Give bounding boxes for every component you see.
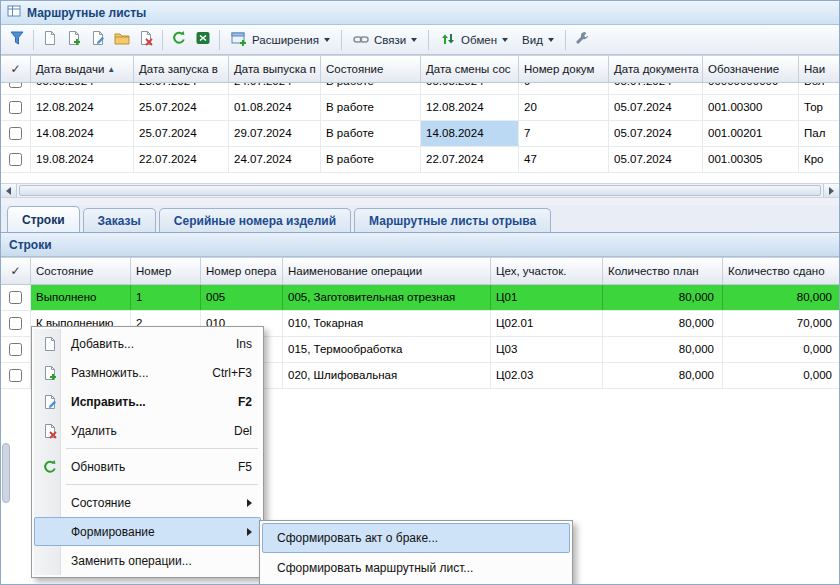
cell-doc-date[interactable]: 05.07.2024 <box>609 83 703 94</box>
menu-item-delete[interactable]: Удалить Del <box>34 416 261 445</box>
cell-designation[interactable]: 00000000009 <box>703 83 799 94</box>
cell-doc-date[interactable]: 05.07.2024 <box>609 95 703 120</box>
cell-doc-date[interactable]: 05.07.2024 <box>609 121 703 146</box>
menu-item-formation[interactable]: Формирование <box>34 517 261 546</box>
links-menu[interactable]: Связи <box>346 28 424 52</box>
col-workshop[interactable]: Цех, участок. <box>491 258 603 284</box>
scroll-right-button[interactable] <box>823 184 839 197</box>
cell-qty-plan[interactable]: 80,000 <box>603 363 723 388</box>
select-all-header[interactable]: ✓ <box>1 56 31 82</box>
cell-name[interactable]: Пал <box>799 121 839 146</box>
cell-workshop[interactable]: Ц02.03 <box>491 363 603 388</box>
row-checkbox[interactable] <box>9 291 22 304</box>
cell-state[interactable]: В работе <box>321 147 421 172</box>
tab-orders[interactable]: Заказы <box>83 208 156 232</box>
cell-doc-date[interactable]: 05.07.2024 <box>609 147 703 172</box>
cell-start-date[interactable]: 25.07.2024 <box>134 95 229 120</box>
duplicate-document-button[interactable] <box>62 28 86 52</box>
tab-serial-numbers[interactable]: Серийные номера изделий <box>159 208 351 232</box>
cell-state[interactable]: В работе <box>321 83 421 94</box>
settings-wrench-button[interactable] <box>570 28 594 52</box>
submenu-item-defect-act[interactable]: Сформировать акт о браке... <box>262 523 570 553</box>
cell-qty-done[interactable]: 80,000 <box>723 285 839 310</box>
select-all-header[interactable]: ✓ <box>1 258 31 284</box>
table-row[interactable]: 14.08.2024 25.07.2024 29.07.2024 В работ… <box>1 121 839 147</box>
cell-state-change-date[interactable]: 22.07.2024 <box>421 147 519 172</box>
cell-qty-plan[interactable]: 80,000 <box>603 337 723 362</box>
delete-document-button[interactable] <box>134 28 158 52</box>
cell-release-date[interactable]: 01.08.2024 <box>229 95 321 120</box>
col-doc-number[interactable]: Номер докум <box>519 56 609 82</box>
exchange-menu[interactable]: Обмен <box>433 28 515 52</box>
col-designation[interactable]: Обозначение <box>703 56 799 82</box>
cell-doc-number[interactable]: 20 <box>519 95 609 120</box>
row-checkbox[interactable] <box>9 101 22 114</box>
cell-qty-done[interactable]: 0,000 <box>723 363 839 388</box>
cell-state-change-date[interactable]: 12.08.2024 <box>421 95 519 120</box>
excel-export-button[interactable] <box>191 28 215 52</box>
menu-item-duplicate[interactable]: Размножить... Ctrl+F3 <box>34 358 261 387</box>
cell-qty-plan[interactable]: 80,000 <box>603 311 723 336</box>
col-start-date[interactable]: Дата запуска в <box>134 56 229 82</box>
row-checkbox[interactable] <box>9 83 22 88</box>
cell-op-name[interactable]: 015, Термообработка <box>283 337 491 362</box>
vertical-scrollbar-thumb[interactable] <box>2 443 10 503</box>
scrollbar-thumb[interactable] <box>19 185 821 196</box>
col-op-name[interactable]: Наименование операции <box>283 258 491 284</box>
tab-rows[interactable]: Строки <box>7 206 80 232</box>
cell-release-date[interactable]: 24.07.2024 <box>229 147 321 172</box>
cell-state-change-date[interactable]: 05.08.2024 <box>421 83 519 94</box>
cell-release-date[interactable]: 29.07.2024 <box>229 121 321 146</box>
row-checkbox[interactable] <box>9 317 22 330</box>
cell-doc-number[interactable]: 7 <box>519 121 609 146</box>
cell-qty-done[interactable]: 0,000 <box>723 337 839 362</box>
cell-doc-number[interactable]: 47 <box>519 147 609 172</box>
col-qty-plan[interactable]: Количество план <box>603 258 723 284</box>
row-checkbox[interactable] <box>9 127 22 140</box>
scroll-left-button[interactable] <box>1 184 17 197</box>
table-row[interactable]: 19.08.2024 22.07.2024 24.07.2024 В работ… <box>1 147 839 173</box>
cell-release-date[interactable]: 24.07.2024 <box>229 83 321 94</box>
cell-op-name[interactable]: 020, Шлифовальная <box>283 363 491 388</box>
col-issue-date[interactable]: Дата выдачи▲ <box>31 56 134 82</box>
col-release-date[interactable]: Дата выпуска п <box>229 56 321 82</box>
filter-button[interactable] <box>5 28 29 52</box>
open-folder-button[interactable] <box>110 28 134 52</box>
cell-issue-date[interactable]: 19.08.2024 <box>31 147 134 172</box>
col-number[interactable]: Номер <box>131 258 201 284</box>
row-checkbox[interactable] <box>9 153 22 166</box>
cell-state[interactable]: Выполнено <box>31 285 131 310</box>
cell-name[interactable]: Тор <box>799 95 839 120</box>
col-doc-date[interactable]: Дата документа <box>609 56 703 82</box>
cell-designation[interactable]: 001.00305 <box>703 147 799 172</box>
menu-item-refresh[interactable]: Обновить F5 <box>34 452 261 481</box>
col-state[interactable]: Состояние <box>31 258 131 284</box>
cell-issue-date[interactable]: 12.08.2024 <box>31 95 134 120</box>
extensions-menu[interactable]: Расширения <box>224 28 337 52</box>
cell-op-number[interactable]: 005 <box>201 285 283 310</box>
cell-start-date[interactable]: 25.07.2024 <box>134 121 229 146</box>
col-state-change-date[interactable]: Дата смены сос <box>421 56 519 82</box>
menu-item-state[interactable]: Состояние <box>34 488 261 517</box>
cell-number[interactable]: 1 <box>131 285 201 310</box>
cell-state[interactable]: В работе <box>321 95 421 120</box>
tab-detach-route-sheets[interactable]: Маршрутные листы отрыва <box>354 208 551 232</box>
table-row-done[interactable]: Выполнено 1 005 005, Заготовительная отр… <box>1 285 839 311</box>
cell-workshop[interactable]: Ц01 <box>491 285 603 310</box>
view-menu[interactable]: Вид <box>515 28 561 52</box>
cell-workshop[interactable]: Ц03 <box>491 337 603 362</box>
cell-op-name[interactable]: 010, Токарная <box>283 311 491 336</box>
cell-designation[interactable]: 001.00201 <box>703 121 799 146</box>
row-checkbox[interactable] <box>9 369 22 382</box>
col-state[interactable]: Состояние <box>321 56 421 82</box>
cell-start-date[interactable]: 23.07.2024 <box>134 83 229 94</box>
cell-issue-date[interactable]: 14.08.2024 <box>31 121 134 146</box>
table-row[interactable]: 05.08.2024 23.07.2024 24.07.2024 В работ… <box>1 83 839 95</box>
add-document-button[interactable] <box>38 28 62 52</box>
cell-workshop[interactable]: Ц02.01 <box>491 311 603 336</box>
cell-issue-date[interactable]: 05.08.2024 <box>31 83 134 94</box>
cell-qty-done[interactable]: 70,000 <box>723 311 839 336</box>
menu-item-replace-operations[interactable]: Заменить операции... <box>34 546 261 575</box>
cell-doc-number[interactable]: 9 <box>519 83 609 94</box>
row-checkbox[interactable] <box>9 343 22 356</box>
